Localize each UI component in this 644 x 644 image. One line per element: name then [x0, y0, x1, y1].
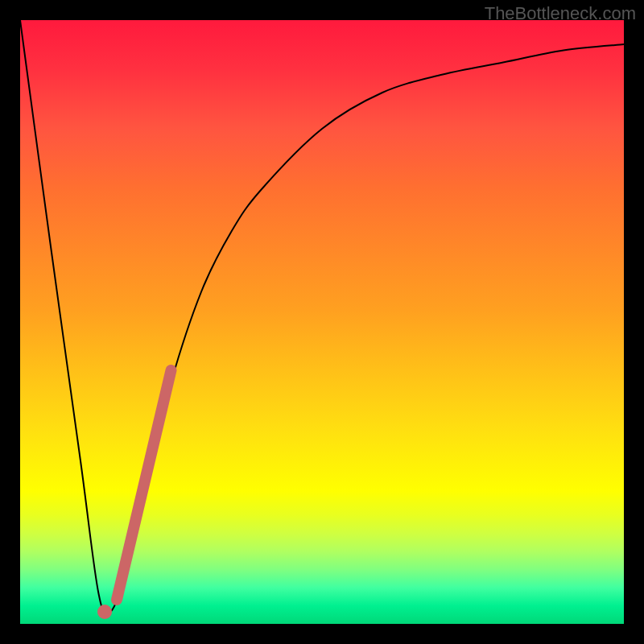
- bottleneck-curve-line: [20, 20, 624, 615]
- highlight-point: [97, 605, 112, 619]
- watermark-text: TheBottleneck.com: [485, 3, 636, 24]
- highlight-segment: [117, 370, 171, 600]
- chart-plot-area: [20, 20, 624, 624]
- chart-svg: [20, 20, 624, 624]
